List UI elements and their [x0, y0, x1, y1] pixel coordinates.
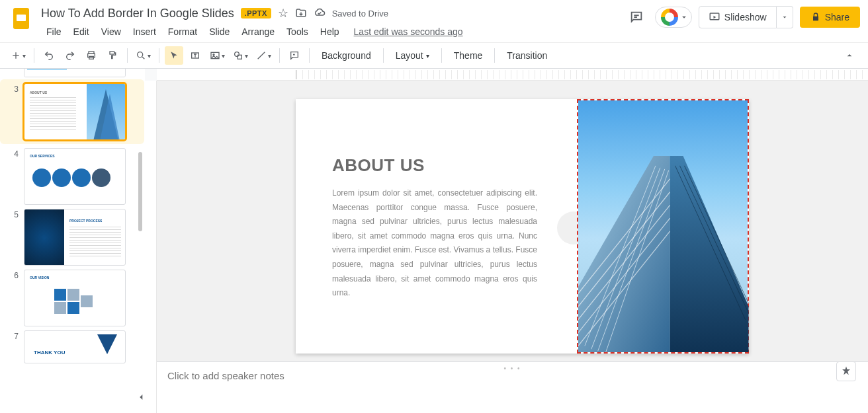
menu-view[interactable]: View — [96, 24, 126, 40]
comment-tool[interactable] — [285, 46, 304, 65]
slide-thumb[interactable] — [24, 69, 126, 77]
slideshow-dropdown[interactable] — [777, 6, 793, 28]
share-label: Share — [825, 12, 849, 22]
thumb-text-placeholder — [30, 97, 76, 130]
menu-insert[interactable]: Insert — [128, 24, 161, 40]
thumb-graphic — [32, 169, 110, 187]
cloud-saved-icon[interactable] — [314, 7, 326, 19]
svg-rect-16 — [67, 289, 79, 301]
select-tool[interactable] — [165, 46, 183, 65]
slide-thumb-thankyou[interactable]: THANK YOU — [24, 330, 126, 363]
zoom-button[interactable]: ▾ — [133, 46, 153, 65]
slide-body[interactable]: Lorem ipsum dolor sit amet, consectetuer… — [332, 186, 537, 301]
slide-thumb-process[interactable]: PROJECT PROCESS — [24, 209, 126, 266]
thumb-number: 7 — [12, 330, 19, 341]
thumb-image — [87, 84, 125, 139]
thumb-graphic — [91, 331, 124, 363]
menu-arrange[interactable]: Arrange — [236, 24, 280, 40]
thumb-title: PROJECT PROCESS — [69, 219, 102, 223]
thumb-graphic — [24, 270, 126, 326]
thumb-text-placeholder — [69, 227, 121, 256]
last-edit-link[interactable]: Last edit was seconds ago — [354, 26, 463, 37]
menu-tools[interactable]: Tools — [281, 24, 314, 40]
paint-format-button[interactable] — [103, 46, 122, 65]
current-slide[interactable]: ABOUT US Lorem ipsum dolor sit amet, con… — [296, 99, 749, 354]
move-to-folder-icon[interactable] — [295, 7, 307, 19]
slide-thumb-services[interactable]: OUR SERVICES — [24, 148, 126, 205]
undo-button[interactable] — [40, 46, 58, 65]
thumb-title: THANK YOU — [34, 350, 65, 356]
document-title[interactable]: How To Add Border In Google Slides — [41, 7, 234, 20]
image-tool[interactable]: ▾ — [207, 46, 228, 65]
slide-editor[interactable]: ABOUT US Lorem ipsum dolor sit amet, con… — [157, 81, 868, 361]
chevron-down-icon — [679, 13, 689, 22]
menu-help[interactable]: Help — [315, 24, 345, 40]
slide-heading[interactable]: ABOUT US — [332, 155, 537, 176]
menu-slide[interactable]: Slide — [204, 24, 235, 40]
svg-rect-19 — [81, 295, 93, 307]
line-tool[interactable]: ▾ — [253, 46, 274, 65]
thumb-number: 6 — [12, 270, 19, 280]
thumb-number: 4 — [12, 148, 19, 159]
slideshow-button[interactable]: Slideshow — [699, 6, 777, 28]
lock-icon — [810, 12, 821, 22]
svg-rect-6 — [110, 52, 114, 54]
menu-format[interactable]: Format — [163, 24, 202, 40]
image-building — [578, 156, 749, 352]
present-icon — [709, 11, 720, 23]
svg-rect-17 — [54, 302, 66, 314]
transition-button[interactable]: Transition — [500, 46, 554, 65]
comments-icon[interactable] — [625, 5, 648, 29]
menu-bar: File Edit View Insert Format Slide Arran… — [41, 24, 625, 40]
layout-button[interactable]: Layout▾ — [389, 46, 436, 65]
thumb-number: 5 — [12, 209, 19, 219]
star-icon[interactable]: ☆ — [278, 6, 288, 20]
svg-rect-15 — [54, 289, 66, 301]
selected-image[interactable] — [577, 99, 749, 354]
svg-point-11 — [235, 52, 239, 57]
slide-thumb-about-us[interactable]: ABOUT US — [24, 83, 126, 140]
print-button[interactable] — [82, 46, 101, 65]
slideshow-label: Slideshow — [724, 12, 767, 22]
svg-rect-18 — [67, 302, 79, 314]
slide-thumb-vision[interactable]: OUR VISION — [24, 270, 126, 326]
meet-button[interactable] — [655, 7, 692, 28]
file-type-badge: .PPTX — [241, 8, 271, 19]
svg-marker-20 — [578, 156, 670, 352]
pane-resize-handle[interactable]: • • • — [503, 365, 521, 372]
toolbar: ▾ ▾ ▾ ▾ ▾ Background Layout▾ Theme Trans… — [0, 42, 868, 69]
new-slide-button[interactable]: ▾ — [8, 46, 28, 65]
thumb-title: ABOUT US — [30, 91, 47, 94]
svg-rect-5 — [89, 56, 94, 59]
filmstrip-scrollbar[interactable] — [138, 152, 142, 231]
share-button[interactable]: Share — [800, 7, 860, 28]
thumb-number: 3 — [12, 83, 19, 94]
collapse-toolbar-icon[interactable] — [839, 48, 860, 63]
explore-button[interactable] — [836, 361, 856, 381]
thumb-image — [24, 209, 64, 265]
filmstrip[interactable]: 3 ABOUT US 4 OUR SERVICES — [0, 69, 145, 413]
shape-tool[interactable]: ▾ — [230, 46, 251, 65]
menu-edit[interactable]: Edit — [68, 24, 95, 40]
svg-rect-1 — [17, 15, 26, 21]
chevron-down-icon — [781, 13, 789, 21]
canvas-area: ABOUT US Lorem ipsum dolor sit amet, con… — [145, 69, 868, 413]
svg-point-10 — [213, 54, 214, 56]
collapse-filmstrip-icon[interactable] — [132, 388, 151, 406]
ruler-horizontal[interactable] — [157, 69, 868, 81]
save-status: Saved to Drive — [332, 9, 388, 19]
svg-point-7 — [138, 52, 143, 57]
textbox-tool[interactable] — [186, 46, 204, 65]
ruler-vertical[interactable] — [145, 81, 157, 413]
thumb-title: OUR SERVICES — [30, 154, 55, 158]
meet-icon — [661, 9, 678, 26]
background-button[interactable]: Background — [315, 46, 378, 65]
theme-button[interactable]: Theme — [447, 46, 490, 65]
redo-button[interactable] — [61, 46, 79, 65]
svg-marker-21 — [670, 156, 749, 352]
menu-file[interactable]: File — [41, 24, 67, 40]
slides-app-icon[interactable] — [8, 5, 34, 32]
